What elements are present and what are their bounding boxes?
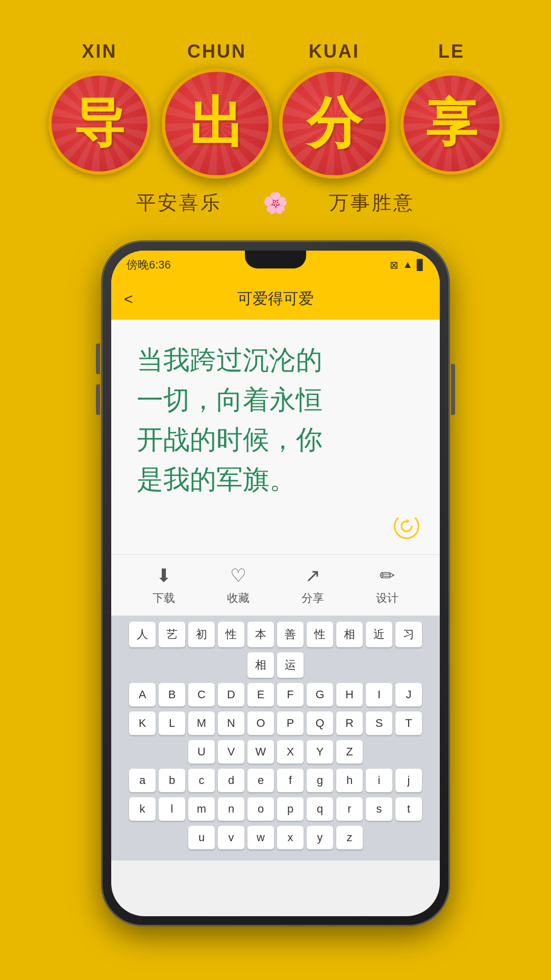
keyboard-upper-row1: A B C D E F G H I J — [115, 683, 436, 706]
key-s[interactable]: s — [366, 797, 392, 821]
key-E[interactable]: E — [247, 683, 274, 706]
key-P[interactable]: P — [277, 712, 304, 735]
key-V[interactable]: V — [218, 740, 244, 764]
key-l[interactable]: l — [159, 797, 185, 821]
refresh-icon[interactable] — [394, 513, 419, 539]
char-xiang: 享 — [426, 89, 477, 158]
key-xi[interactable]: 习 — [395, 622, 422, 647]
key-L[interactable]: L — [159, 712, 185, 735]
key-xiang2[interactable]: 相 — [247, 652, 274, 678]
key-k[interactable]: k — [129, 797, 156, 821]
key-M[interactable]: M — [188, 712, 215, 735]
key-shan[interactable]: 善 — [277, 622, 304, 647]
key-t[interactable]: t — [395, 797, 422, 821]
circle-chu[interactable]: 出 — [162, 68, 272, 179]
key-H[interactable]: H — [336, 683, 363, 706]
share-label: 分享 — [302, 591, 324, 606]
key-G[interactable]: G — [307, 683, 333, 706]
keyboard-lower-row3: u v w x y z — [115, 826, 436, 849]
key-D[interactable]: D — [218, 683, 244, 706]
key-e[interactable]: e — [247, 769, 274, 792]
key-chu[interactable]: 初 — [188, 622, 215, 647]
key-ben[interactable]: 本 — [247, 622, 274, 647]
key-yun[interactable]: 运 — [277, 652, 304, 678]
char-fen: 分 — [307, 86, 362, 161]
key-S[interactable]: S — [366, 712, 392, 735]
key-xiang[interactable]: 相 — [336, 622, 363, 647]
key-Q[interactable]: Q — [307, 712, 333, 735]
content-text: 当我跨过沉沦的一切，向着永恒开战的时候，你是我的军旗。 — [137, 340, 414, 499]
key-T[interactable]: T — [395, 712, 422, 735]
key-jin[interactable]: 近 — [366, 622, 392, 647]
key-z[interactable]: z — [336, 826, 363, 849]
key-xing[interactable]: 性 — [218, 622, 244, 647]
bottom-toolbar: ⬇ 下载 ♡ 收藏 ↗ 分享 ✏ 设计 — [111, 554, 440, 616]
key-g[interactable]: g — [307, 769, 333, 792]
key-q[interactable]: q — [307, 797, 333, 821]
key-Y[interactable]: Y — [307, 740, 333, 764]
share-icon: ↗ — [305, 565, 320, 586]
key-A[interactable]: A — [129, 683, 156, 706]
key-J[interactable]: J — [395, 683, 422, 706]
keyboard-chinese-row2: 相 运 — [115, 652, 436, 678]
key-v[interactable]: v — [218, 826, 244, 849]
key-N[interactable]: N — [218, 712, 244, 735]
key-r[interactable]: r — [336, 797, 363, 821]
key-F[interactable]: F — [277, 683, 304, 706]
phone-outer: 傍晚6:36 ⊠ ▲ ▊ < 可爱得可爱 当我跨过沉沦的一切，向着永恒开战的时候… — [102, 241, 449, 925]
key-U[interactable]: U — [188, 740, 215, 764]
signal-icon: ⊠ — [390, 259, 398, 271]
label-le: LE — [408, 41, 495, 62]
keyboard-upper-row3: U V W X Y Z — [115, 740, 436, 764]
toolbar-share[interactable]: ↗ 分享 — [302, 565, 324, 606]
circle-xiang[interactable]: 享 — [400, 72, 503, 175]
char-dao: 导 — [74, 89, 125, 158]
key-yi[interactable]: 艺 — [159, 622, 185, 647]
volume-down-button — [96, 384, 100, 415]
key-n[interactable]: n — [218, 797, 244, 821]
download-icon: ⬇ — [156, 565, 171, 586]
key-h[interactable]: h — [336, 769, 363, 792]
key-I[interactable]: I — [366, 683, 392, 706]
download-label: 下载 — [153, 591, 175, 606]
circle-fen[interactable]: 分 — [279, 68, 389, 179]
key-R[interactable]: R — [336, 712, 363, 735]
key-o[interactable]: o — [247, 797, 274, 821]
toolbar-favorite[interactable]: ♡ 收藏 — [227, 565, 249, 606]
key-Z[interactable]: Z — [336, 740, 363, 764]
key-f[interactable]: f — [277, 769, 304, 792]
key-a[interactable]: a — [129, 769, 156, 792]
key-j[interactable]: j — [395, 769, 422, 792]
key-X[interactable]: X — [277, 740, 304, 764]
circle-dao[interactable]: 导 — [48, 72, 151, 175]
heart-icon: ♡ — [230, 565, 246, 586]
key-W[interactable]: W — [247, 740, 274, 764]
key-u[interactable]: u — [188, 826, 215, 849]
top-section: XIN CHUN KUAI LE 导 出 分 享 平安喜乐 🌸 万事胜意 — [0, 0, 551, 241]
key-ren[interactable]: 人 — [129, 622, 156, 647]
key-b[interactable]: b — [159, 769, 185, 792]
key-m[interactable]: m — [188, 797, 215, 821]
key-p[interactable]: p — [277, 797, 304, 821]
keyboard-lower-row1: a b c d e f g h i j — [115, 769, 436, 792]
toolbar-download[interactable]: ⬇ 下载 — [153, 565, 175, 606]
toolbar-design[interactable]: ✏ 设计 — [376, 565, 398, 606]
key-i[interactable]: i — [366, 769, 392, 792]
key-d[interactable]: d — [218, 769, 244, 792]
phone-container: 傍晚6:36 ⊠ ▲ ▊ < 可爱得可爱 当我跨过沉沦的一切，向着永恒开战的时候… — [102, 241, 449, 925]
key-x[interactable]: x — [277, 826, 304, 849]
key-O[interactable]: O — [247, 712, 274, 735]
key-C[interactable]: C — [188, 683, 215, 706]
key-w[interactable]: w — [247, 826, 274, 849]
key-xing2[interactable]: 性 — [307, 622, 333, 647]
back-button[interactable]: < — [124, 290, 133, 308]
labels-row: XIN CHUN KUAI LE — [56, 41, 495, 62]
keyboard-area: 人 艺 初 性 本 善 性 相 近 习 相 运 A — [111, 616, 440, 861]
label-kuai: KUAI — [291, 41, 378, 62]
key-B[interactable]: B — [159, 683, 185, 706]
keyboard-upper-row2: K L M N O P Q R S T — [115, 712, 436, 735]
key-c[interactable]: c — [188, 769, 215, 792]
key-y[interactable]: y — [307, 826, 333, 849]
key-K[interactable]: K — [129, 712, 156, 735]
label-xin: XIN — [56, 41, 143, 62]
